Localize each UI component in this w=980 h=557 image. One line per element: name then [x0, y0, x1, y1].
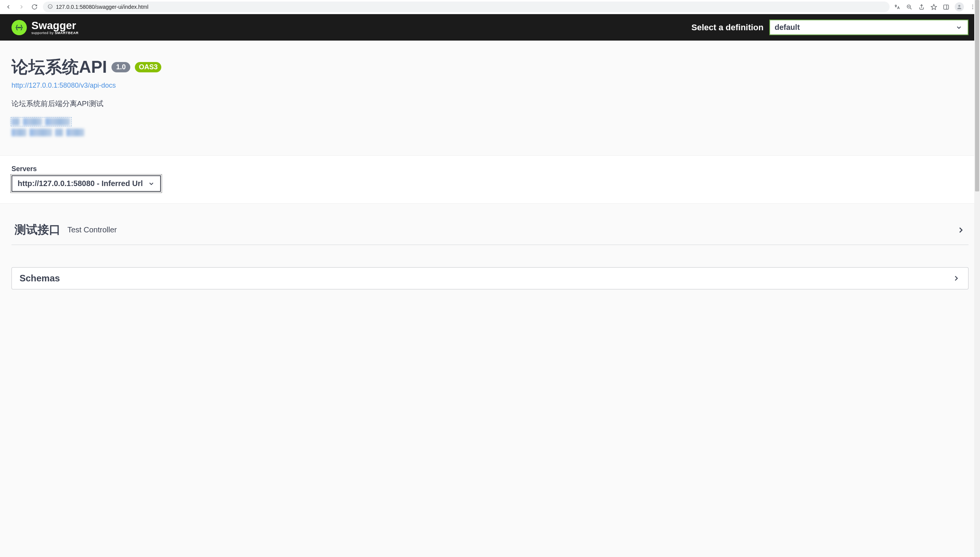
redacted-contact-link[interactable] [11, 118, 71, 126]
svg-point-12 [972, 8, 973, 9]
swagger-logo-subtitle: supported by SMARTBEAR [31, 31, 79, 35]
servers-label: Servers [11, 165, 969, 173]
chevron-right-icon [956, 225, 965, 235]
api-version-badge: 1.0 [111, 62, 130, 72]
browser-forward-button[interactable] [17, 2, 26, 11]
api-description: 论坛系统前后端分离API测试 [11, 99, 969, 109]
svg-rect-7 [944, 5, 949, 9]
tag-description: Test Controller [67, 225, 117, 234]
svg-point-13 [18, 27, 18, 28]
scrollbar[interactable] [974, 0, 980, 301]
svg-point-10 [972, 5, 973, 5]
zoom-icon[interactable] [906, 3, 913, 10]
svg-point-15 [20, 27, 21, 28]
browser-action-icons [893, 2, 976, 11]
site-info-icon[interactable] [48, 4, 53, 10]
definition-selector-wrap: Select a definition default [692, 20, 969, 35]
tag-test-controller[interactable]: 测试接口 Test Controller [11, 215, 969, 245]
schemas-toggle[interactable]: Schemas [12, 268, 968, 289]
tag-name: 测试接口 [15, 222, 61, 238]
swagger-logo-icon [11, 20, 27, 35]
profile-avatar-icon[interactable] [955, 2, 964, 11]
servers-section: Servers http://127.0.0.1:58080 - Inferre… [0, 155, 980, 204]
browser-toolbar: 127.0.0.1:58080/swagger-ui/index.html [0, 0, 980, 14]
svg-point-11 [972, 7, 973, 7]
definition-select[interactable]: default [769, 20, 969, 35]
servers-selected-value: http://127.0.0.1:58080 - Inferred Url [18, 179, 143, 188]
svg-line-4 [910, 8, 911, 9]
browser-reload-button[interactable] [30, 2, 39, 11]
redacted-email-link[interactable] [11, 129, 84, 136]
bookmark-star-icon[interactable] [930, 3, 937, 10]
chevron-down-icon [148, 180, 155, 187]
svg-point-14 [19, 27, 20, 28]
definition-label: Select a definition [692, 23, 764, 33]
schemas-section: Schemas [11, 267, 969, 289]
side-panel-icon[interactable] [942, 3, 949, 10]
browser-address-bar[interactable]: 127.0.0.1:58080/swagger-ui/index.html [43, 2, 890, 12]
svg-marker-6 [931, 4, 936, 9]
translate-icon[interactable] [893, 3, 900, 10]
swagger-logo[interactable]: Swagger supported by SMARTBEAR [11, 20, 79, 35]
api-title-row: 论坛系统API 1.0 OAS3 [11, 56, 969, 78]
chevron-right-icon [952, 274, 960, 283]
api-spec-link[interactable]: http://127.0.0.1:58080/v3/api-docs [11, 82, 116, 90]
swagger-topbar: Swagger supported by SMARTBEAR Select a … [0, 14, 980, 41]
api-title: 论坛系统API [11, 56, 107, 78]
oas-badge: OAS3 [135, 62, 161, 72]
browser-back-button[interactable] [4, 2, 13, 11]
share-icon[interactable] [918, 3, 925, 10]
schemas-title: Schemas [20, 273, 60, 284]
scrollbar-thumb[interactable] [975, 0, 979, 191]
swagger-logo-text: Swagger [31, 20, 79, 31]
operations-section: 测试接口 Test Controller [0, 204, 980, 256]
definition-selected-value: default [775, 23, 800, 31]
svg-point-9 [958, 5, 960, 7]
chevron-down-icon [955, 24, 962, 31]
servers-select[interactable]: http://127.0.0.1:58080 - Inferred Url [11, 175, 161, 192]
api-info-section: 论坛系统API 1.0 OAS3 http://127.0.0.1:58080/… [0, 41, 980, 155]
browser-url-text: 127.0.0.1:58080/swagger-ui/index.html [56, 4, 148, 10]
